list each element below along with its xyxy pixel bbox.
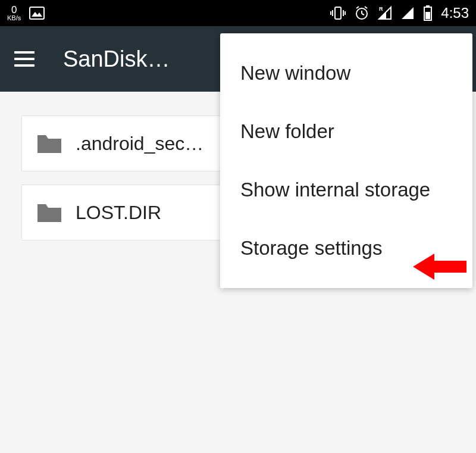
kbs-unit: KB/s: [7, 15, 21, 21]
kbs-value: 0: [11, 5, 17, 15]
alarm-icon: [354, 5, 369, 21]
network-speed-indicator: 0 KB/s: [7, 5, 21, 21]
status-bar: 0 KB/s: [0, 0, 476, 26]
menu-item-show-internal-storage[interactable]: Show internal storage: [220, 161, 472, 219]
app-title: SanDisk…: [63, 46, 170, 72]
signal-icon: [400, 6, 415, 20]
svg-rect-18: [425, 12, 430, 19]
svg-line-11: [365, 7, 367, 8]
hamburger-menu-icon[interactable]: [14, 51, 35, 67]
menu-item-new-window[interactable]: New window: [220, 44, 472, 102]
svg-text:R: R: [379, 6, 383, 12]
folder-icon: [36, 202, 62, 223]
svg-marker-15: [402, 7, 414, 19]
svg-marker-1: [32, 12, 42, 17]
svg-line-9: [362, 14, 364, 15]
status-left: 0 KB/s: [7, 5, 45, 21]
status-time: 4:53: [441, 5, 469, 21]
menu-item-new-folder[interactable]: New folder: [220, 102, 472, 161]
svg-rect-2: [335, 7, 341, 19]
image-icon: [29, 7, 45, 20]
menu-item-storage-settings[interactable]: Storage settings: [220, 219, 472, 277]
file-name: .android_sec…: [76, 133, 203, 155]
battery-icon: [423, 5, 433, 21]
file-name: LOST.DIR: [76, 202, 161, 224]
status-right: R 4:53: [330, 5, 469, 21]
signal-roaming-icon: R: [378, 6, 392, 20]
vibrate-icon: [330, 6, 346, 20]
folder-icon: [36, 133, 62, 154]
svg-rect-0: [30, 7, 44, 19]
overflow-menu: New window New folder Show internal stor…: [220, 33, 472, 288]
svg-line-10: [356, 7, 359, 8]
